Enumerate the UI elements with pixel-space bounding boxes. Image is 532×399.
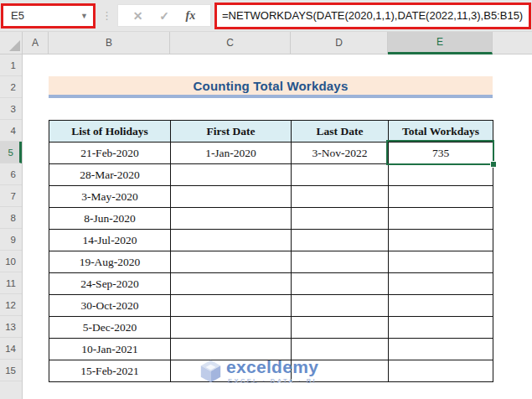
cell-total-workdays[interactable] (389, 186, 493, 208)
table-row: 19-Aug-2020 (49, 251, 493, 273)
header-total-workdays[interactable]: Total Workdays (389, 121, 493, 142)
sheet-title-cell[interactable]: Counting Total Workdays (49, 76, 493, 98)
column-header-b[interactable]: B (49, 32, 170, 54)
sheet-title: Counting Total Workdays (194, 79, 349, 93)
cell-first-date[interactable]: 1-Jan-2020 (171, 142, 292, 164)
cell-last-date[interactable] (292, 230, 389, 251)
row-header-7[interactable]: 7 (0, 185, 22, 207)
cell-last-date[interactable] (292, 317, 389, 339)
row-header-10[interactable]: 10 (0, 251, 22, 272)
exceldemy-watermark: exceldemy EXCEL · DATA · BI (199, 358, 318, 385)
formula-bar[interactable]: =NETWORKDAYS(DATE(2020,1,1),DATE(2022,11… (214, 3, 531, 29)
row-header-8[interactable]: 8 (0, 207, 22, 229)
cell-holiday[interactable]: 5-Dec-2020 (49, 317, 171, 339)
row-header-5-selected[interactable]: 5 (0, 142, 22, 163)
column-headers: A B C D E (0, 32, 532, 54)
cell-total-workdays-selected[interactable]: 735 (389, 142, 493, 164)
cell-total-workdays[interactable] (389, 317, 493, 339)
header-last-date[interactable]: Last Date (292, 121, 389, 142)
formula-text: =NETWORKDAYS(DATE(2020,1,1),DATE(2022,11… (217, 9, 523, 22)
cell-holiday[interactable]: 30-Oct-2020 (49, 295, 171, 317)
cell-last-date[interactable] (292, 295, 389, 317)
column-header-e-selected[interactable]: E (388, 32, 493, 54)
column-header-d[interactable]: D (291, 32, 388, 54)
column-header-a[interactable]: A (23, 32, 49, 54)
row-header-13[interactable]: 13 (0, 316, 22, 338)
cell-total-workdays[interactable] (389, 230, 493, 251)
row-header-3[interactable]: 3 (0, 98, 22, 120)
cell-last-date[interactable] (292, 251, 389, 273)
cell-last-date[interactable] (292, 186, 389, 208)
cell-holiday[interactable]: 28-Mar-2020 (49, 164, 171, 186)
row-header-15[interactable]: 15 (0, 360, 22, 381)
enter-icon[interactable]: ✓ (159, 9, 169, 23)
header-first-date[interactable]: First Date (171, 121, 292, 142)
table-row: 24-Sep-2020 (49, 273, 493, 295)
excel-window: E5 ▼ ⋮ ✕ ✓ fx =NETWORKDAYS(DATE(2020,1,1… (0, 0, 532, 399)
column-header-c[interactable]: C (170, 32, 291, 54)
formula-toolbar: E5 ▼ ⋮ ✕ ✓ fx =NETWORKDAYS(DATE(2020,1,1… (0, 0, 532, 32)
formula-buttons: ✕ ✓ fx (117, 4, 211, 27)
cell-total-workdays[interactable] (389, 164, 493, 186)
fill-handle[interactable] (490, 161, 497, 168)
cell-first-date[interactable] (171, 251, 292, 273)
table-row: 8-Jun-2020 (49, 208, 493, 230)
cell-first-date[interactable] (171, 273, 292, 295)
cell-last-date[interactable] (292, 164, 389, 186)
table-row: 28-Mar-2020 (49, 164, 493, 186)
name-box-dropdown-icon[interactable]: ▼ (80, 12, 88, 20)
cell-holiday[interactable]: 14-Jul-2020 (49, 230, 171, 251)
holidays-table: List of Holidays First Date Last Date To… (49, 120, 493, 382)
cell-total-workdays[interactable] (389, 208, 493, 230)
row-header-filler (0, 381, 22, 399)
cell-holiday[interactable]: 8-Jun-2020 (49, 208, 171, 230)
cell-holiday[interactable]: 24-Sep-2020 (49, 273, 171, 295)
row-header-2[interactable]: 2 (0, 76, 22, 98)
column-header-filler (493, 32, 532, 54)
cancel-icon[interactable]: ✕ (133, 9, 143, 23)
header-list-of-holidays[interactable]: List of Holidays (49, 121, 171, 142)
cell-last-date[interactable] (292, 273, 389, 295)
separator-dots-icon: ⋮ (101, 9, 112, 22)
cell-first-date[interactable] (171, 230, 292, 251)
cell-first-date[interactable] (171, 295, 292, 317)
table-header-row: List of Holidays First Date Last Date To… (49, 121, 493, 142)
cell-last-date[interactable]: 3-Nov-2022 (292, 142, 389, 164)
name-box-value: E5 (11, 9, 24, 22)
table-row: 30-Oct-2020 (49, 295, 493, 317)
cell-total-workdays[interactable] (389, 273, 493, 295)
table-row: 14-Jul-2020 (49, 230, 493, 251)
name-box[interactable]: E5 ▼ (1, 3, 96, 28)
cell-total-workdays[interactable] (389, 339, 493, 360)
row-header-9[interactable]: 9 (0, 229, 22, 251)
cell-last-date[interactable] (292, 208, 389, 230)
cell-first-date[interactable] (171, 186, 292, 208)
cell-holiday[interactable]: 21-Feb-2020 (49, 142, 171, 164)
table-row: 3-May-2020 (49, 186, 493, 208)
cell-first-date[interactable] (171, 164, 292, 186)
cell-total-workdays[interactable] (389, 360, 493, 382)
cell-holiday[interactable]: 10-Jan-2021 (49, 339, 171, 360)
cell-holiday[interactable]: 15-Feb-2021 (49, 360, 171, 382)
row-header-4[interactable]: 4 (0, 120, 22, 142)
row-header-14[interactable]: 14 (0, 338, 22, 360)
cell-total-workdays[interactable] (389, 251, 493, 273)
watermark-brand: exceldemy (226, 358, 318, 376)
cell-holiday[interactable]: 3-May-2020 (49, 186, 171, 208)
cell-first-date[interactable] (171, 208, 292, 230)
cell-holiday[interactable]: 19-Aug-2020 (49, 251, 171, 273)
row-headers: 1 2 3 4 5 6 7 8 9 10 11 12 13 14 15 (0, 54, 23, 399)
table-row: 5-Dec-2020 (49, 317, 493, 339)
row-header-1[interactable]: 1 (0, 54, 22, 76)
row-header-11[interactable]: 11 (0, 272, 22, 294)
select-all-button[interactable] (0, 32, 23, 54)
exceldemy-logo-icon (199, 359, 222, 384)
cell-total-workdays[interactable] (389, 295, 493, 317)
select-all-icon (9, 40, 20, 51)
cell-first-date[interactable] (171, 317, 292, 339)
insert-function-icon[interactable]: fx (185, 9, 195, 23)
watermark-text: exceldemy EXCEL · DATA · BI (226, 358, 318, 385)
row-header-12[interactable]: 12 (0, 294, 22, 316)
watermark-tagline: EXCEL · DATA · BI (228, 377, 317, 385)
row-header-6[interactable]: 6 (0, 163, 22, 185)
